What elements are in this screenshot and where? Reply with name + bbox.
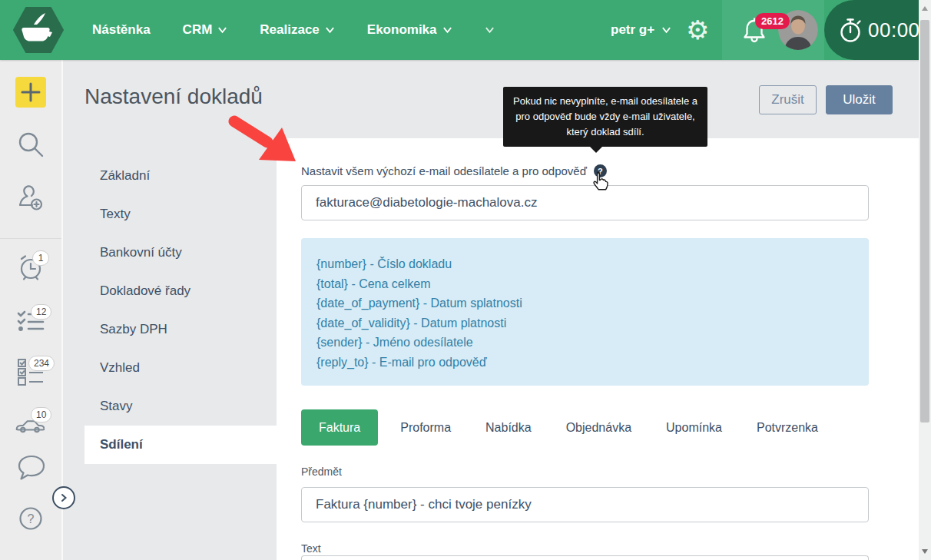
top-navbar: Nástěnka CRM Realizace Ekonomika petr g+… bbox=[0, 0, 931, 60]
chevron-down-icon bbox=[661, 26, 671, 34]
document-type-tabs: Faktura Proforma Nabídka Objednávka Upom… bbox=[301, 409, 818, 446]
placeholder-line: {sender} - Jméno odesílatele bbox=[316, 333, 853, 353]
default-email-input[interactable] bbox=[301, 185, 869, 220]
nav-label: CRM bbox=[183, 22, 213, 38]
time-tracker[interactable]: 00:00 bbox=[824, 0, 919, 60]
menu-item-stavy[interactable]: Stavy bbox=[84, 387, 277, 426]
cancel-button[interactable]: Zrušit bbox=[759, 85, 817, 114]
menu-item-vzhled[interactable]: Vzhled bbox=[84, 349, 277, 387]
subject-field-label: Předmět bbox=[301, 466, 342, 478]
chevron-right-icon bbox=[59, 493, 68, 502]
placeholder-line: {total} - Cena celkem bbox=[316, 274, 853, 294]
placeholder-line: {reply_to} - E-mail pro odpověď bbox=[316, 353, 853, 373]
user-name: petr g+ bbox=[611, 22, 654, 38]
scrollbar-thumb[interactable] bbox=[920, 20, 929, 422]
nav-label: Ekonomika bbox=[367, 22, 437, 38]
sidebar-expand-button[interactable] bbox=[52, 486, 75, 509]
scroll-up-arrow[interactable] bbox=[922, 6, 928, 11]
tab-faktura-active[interactable]: Faktura bbox=[301, 409, 378, 446]
save-button[interactable]: Uložit bbox=[826, 85, 893, 114]
nav-label: Realizace bbox=[260, 22, 320, 38]
scroll-down-arrow[interactable] bbox=[922, 549, 928, 554]
nav-item-realizace[interactable]: Realizace bbox=[260, 22, 335, 38]
chevron-down-icon bbox=[325, 26, 335, 34]
settings-menu: Základní Texty Bankovní účty Dokladové ř… bbox=[84, 157, 277, 464]
todo-count-badge: 234 bbox=[28, 356, 55, 371]
tab-nabidka[interactable]: Nabídka bbox=[485, 421, 532, 435]
reminders-count-badge: 1 bbox=[32, 250, 49, 266]
nav-label: Nástěnka bbox=[92, 22, 151, 38]
page-title: Nastavení dokladů bbox=[84, 84, 263, 109]
tooltip-arrow bbox=[590, 147, 602, 153]
app-window: Nástěnka CRM Realizace Ekonomika petr g+… bbox=[0, 0, 931, 560]
menu-item-texty[interactable]: Texty bbox=[84, 195, 277, 234]
tab-potvrzenka[interactable]: Potvrzenka bbox=[757, 421, 818, 435]
menu-item-dokladove-rady[interactable]: Dokladové řady bbox=[84, 272, 277, 310]
annotation-arrow bbox=[225, 114, 302, 166]
help-icon[interactable]: ? bbox=[18, 506, 43, 531]
text-field-label: Text bbox=[301, 542, 321, 555]
timer-value: 00:00 bbox=[868, 18, 920, 42]
tab-upominka[interactable]: Upomínka bbox=[666, 421, 722, 435]
app-logo-icon[interactable] bbox=[12, 7, 65, 53]
tasks-count-badge: 12 bbox=[31, 304, 51, 320]
nav-more-dropdown[interactable] bbox=[485, 26, 495, 34]
chevron-down-icon bbox=[442, 26, 452, 34]
menu-item-bankovni-ucty[interactable]: Bankovní účty bbox=[84, 234, 277, 272]
email-label-row: Nastavit všem výchozí e-mail odesílatele… bbox=[301, 164, 607, 177]
placeholder-line: {date_of_payment} - Datum splatnosti bbox=[316, 293, 853, 313]
chevron-down-icon bbox=[485, 26, 495, 34]
notification-count-badge[interactable]: 2612 bbox=[755, 13, 790, 29]
vertical-scrollbar[interactable] bbox=[919, 0, 931, 560]
menu-item-sdileni-active[interactable]: Sdílení bbox=[84, 426, 277, 464]
email-field-label: Nastavit všem výchozí e-mail odesílatele… bbox=[301, 164, 587, 177]
placeholder-line: {date_of_validity} - Datum platnosti bbox=[316, 313, 853, 333]
trips-count-badge: 10 bbox=[31, 407, 51, 422]
quick-add-button[interactable] bbox=[15, 77, 46, 108]
stopwatch-icon bbox=[837, 16, 865, 44]
settings-gear-icon[interactable]: ⚙ bbox=[686, 0, 709, 60]
placeholders-info-box: {number} - Číslo dokladu {total} - Cena … bbox=[301, 238, 869, 386]
menu-item-sazby-dph[interactable]: Sazby DPH bbox=[84, 310, 277, 349]
hand-cursor-icon bbox=[591, 171, 609, 191]
add-contact-icon[interactable] bbox=[15, 183, 46, 214]
main-nav: Nástěnka CRM Realizace Ekonomika bbox=[92, 0, 495, 60]
svg-text:?: ? bbox=[28, 512, 35, 525]
tab-proforma[interactable]: Proforma bbox=[400, 421, 451, 435]
nav-item-crm[interactable]: CRM bbox=[183, 22, 228, 38]
sidebar-divider bbox=[0, 238, 61, 239]
search-icon[interactable] bbox=[15, 129, 46, 160]
left-toolbar: 1 12 234 10 bbox=[0, 60, 63, 560]
subject-input[interactable] bbox=[301, 487, 869, 522]
chat-bubble-icon[interactable] bbox=[15, 451, 46, 482]
header-notification-section: 2612 bbox=[722, 0, 824, 60]
tooltip-text: Pokud nic nevyplníte, e-mail odesílatele… bbox=[513, 95, 697, 138]
chevron-down-icon bbox=[217, 26, 227, 34]
text-body-textarea[interactable] bbox=[301, 555, 869, 560]
user-menu[interactable]: petr g+ bbox=[611, 0, 671, 60]
nav-item-nastenka[interactable]: Nástěnka bbox=[92, 22, 151, 38]
nav-item-ekonomika[interactable]: Ekonomika bbox=[367, 22, 452, 38]
info-tooltip: Pokud nic nevyplníte, e-mail odesílatele… bbox=[503, 87, 707, 147]
tab-objednavka[interactable]: Objednávka bbox=[566, 421, 631, 435]
placeholder-line: {number} - Číslo dokladu bbox=[316, 254, 853, 274]
